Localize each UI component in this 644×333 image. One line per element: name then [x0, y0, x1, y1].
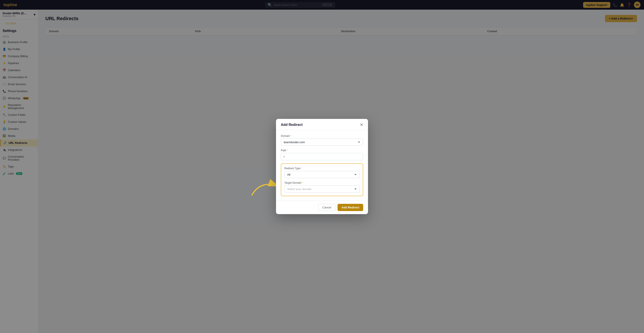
- modal-close-button[interactable]: ✕: [360, 123, 363, 127]
- required-indicator: *: [301, 167, 302, 170]
- target-domain-label: Target Domain *: [284, 181, 360, 184]
- modal-title: Add Redirect: [281, 123, 303, 127]
- path-input[interactable]: [281, 153, 363, 160]
- required-indicator: *: [290, 134, 292, 137]
- target-domain-select[interactable]: Select your domain: [284, 185, 360, 193]
- domain-field-group: Domain * teamdunder.com: [281, 134, 363, 146]
- required-indicator: *: [302, 181, 303, 184]
- required-indicator: *: [287, 149, 288, 152]
- modal-body: Domain * teamdunder.com Path * Redirec: [276, 130, 368, 201]
- add-redirect-modal-button[interactable]: Add Redirect: [338, 204, 363, 211]
- highlighted-redirect-section: Redirect Type * All Target Domain * Sele…: [281, 163, 363, 196]
- path-label: Path *: [281, 149, 363, 152]
- modal-header: Add Redirect ✕: [276, 119, 368, 130]
- redirect-type-field-group: Redirect Type * All: [284, 167, 360, 178]
- domain-select[interactable]: teamdunder.com: [281, 139, 363, 146]
- domain-label: Domain *: [281, 134, 363, 137]
- modal-footer: Cancel Add Redirect: [276, 201, 368, 214]
- redirect-type-label: Redirect Type *: [284, 167, 360, 170]
- target-domain-field-group: Target Domain * Select your domain: [284, 181, 360, 193]
- add-redirect-modal: Add Redirect ✕ Domain * teamdunder.com P…: [276, 119, 368, 214]
- cancel-button[interactable]: Cancel: [318, 204, 335, 211]
- path-field-group: Path *: [281, 149, 363, 160]
- modal-overlay: Add Redirect ✕ Domain * teamdunder.com P…: [0, 0, 644, 333]
- redirect-type-select[interactable]: All: [284, 171, 360, 178]
